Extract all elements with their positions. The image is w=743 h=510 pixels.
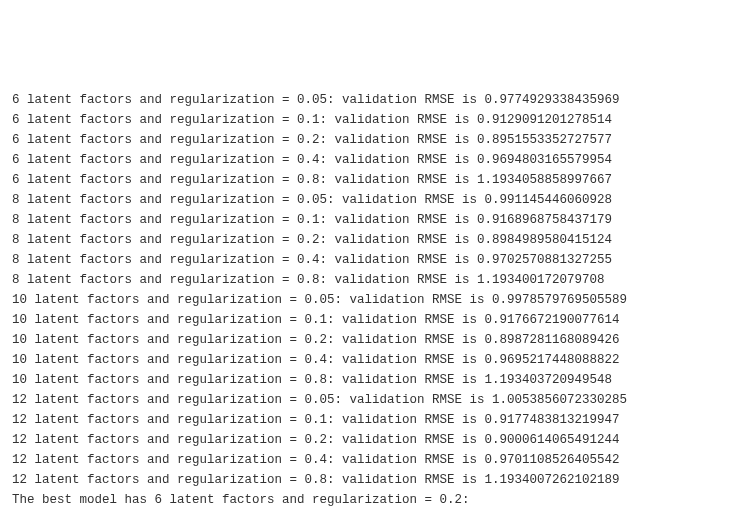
log-line: 12 latent factors and regularization = 0… (12, 410, 731, 430)
log-line: 6 latent factors and regularization = 0.… (12, 130, 731, 150)
log-line: 8 latent factors and regularization = 0.… (12, 270, 731, 290)
log-line: 12 latent factors and regularization = 0… (12, 450, 731, 470)
log-line: 8 latent factors and regularization = 0.… (12, 250, 731, 270)
log-line: 6 latent factors and regularization = 0.… (12, 90, 731, 110)
log-line: 6 latent factors and regularization = 0.… (12, 150, 731, 170)
log-line: 6 latent factors and regularization = 0.… (12, 170, 731, 190)
log-line: 10 latent factors and regularization = 0… (12, 330, 731, 350)
log-line: 10 latent factors and regularization = 0… (12, 370, 731, 390)
training-output-log: 6 latent factors and regularization = 0.… (12, 90, 731, 510)
summary-best-model: The best model has 6 latent factors and … (12, 490, 731, 510)
log-line: 6 latent factors and regularization = 0.… (12, 110, 731, 130)
log-line: 12 latent factors and regularization = 0… (12, 390, 731, 410)
log-line: 10 latent factors and regularization = 0… (12, 290, 731, 310)
log-line: 12 latent factors and regularization = 0… (12, 430, 731, 450)
log-line: 10 latent factors and regularization = 0… (12, 310, 731, 330)
log-line: 8 latent factors and regularization = 0.… (12, 210, 731, 230)
log-line: 8 latent factors and regularization = 0.… (12, 230, 731, 250)
log-line: 12 latent factors and regularization = 0… (12, 470, 731, 490)
log-line: 10 latent factors and regularization = 0… (12, 350, 731, 370)
log-line: 8 latent factors and regularization = 0.… (12, 190, 731, 210)
